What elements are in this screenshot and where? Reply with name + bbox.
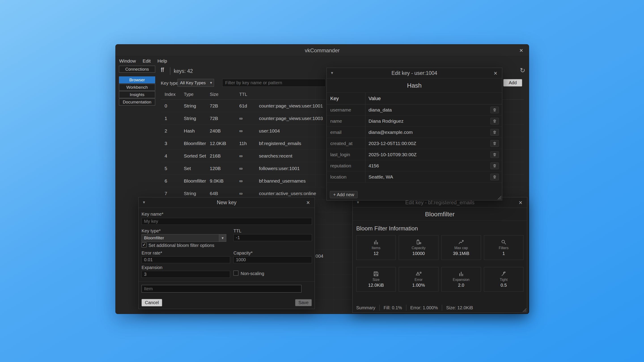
key-type-label: Bloomfilter [353,208,527,221]
refresh-icon[interactable]: ↻ [518,66,527,75]
section-title: Bloom Filter Information [356,225,418,232]
delete-field-button[interactable] [490,129,499,136]
trash-icon [492,175,497,179]
summary-bar: Summary Fill: 0.1% Error: 1.000% Size: 1… [356,305,477,311]
column-header-type: Type [184,92,194,97]
hash-field-row: username diana_data [327,104,502,115]
bloom-options-checkbox[interactable]: ✓ [142,242,146,247]
resize-grip[interactable] [522,308,526,312]
sidebar-item-documentation[interactable]: Documentation [119,98,155,105]
value-column-header: Value [368,93,381,104]
desktop-background: vkCommander × Window Edit Help Connectio… [0,0,644,362]
key-type-label: Hash [327,78,502,93]
size-stat: Size: 12.0KiB [442,305,477,310]
item-input[interactable] [142,285,302,293]
expansion-input[interactable] [142,271,230,278]
edit-hash-dialog: ▼ Edit key - user:1004 × Hash Key Value … [326,68,502,200]
hash-field-row: last_login 2025-10-10T09:30:00Z [327,149,502,160]
error-rate-input[interactable] [142,256,230,263]
dialog-title: Edit key - user:1004 [327,68,502,78]
occluded-row-name-fragment: 004 [316,250,323,262]
ttl-input[interactable] [234,234,312,241]
key-name-label: Key name* [142,212,164,217]
database-label: ff [161,67,164,73]
line-chart-icon [458,239,464,245]
capacity-label: Capacity* [234,251,253,256]
hash-field-row: name Diana Rodriguez [327,115,502,127]
menu-help[interactable]: Help [158,58,167,64]
key-type-select-value: Bloomfilter [144,236,164,240]
stat-card-size: Size 12.0KiB [356,267,396,292]
stat-card-max-cap: Max cap 39.1MiB [442,235,481,260]
chevron-down-icon: ▾ [222,236,224,240]
divider [139,281,314,282]
add-new-field-button[interactable]: + Add new [330,191,358,198]
key-type-select-value: All Key Types [180,80,206,85]
summary-label: Summary [356,305,380,310]
ttl-label: TTL [234,228,242,234]
filter-input[interactable] [222,79,326,87]
trash-icon [492,141,497,145]
trash-icon [492,119,497,123]
stat-card-capacity: Capacity 10000 [399,235,438,260]
column-header-ttl: TTL [239,92,247,97]
stat-card-tight: Tight 0.5 [484,267,524,292]
cancel-button[interactable]: Cancel [142,299,162,306]
sidebar-item-workbench[interactable]: Workbench [119,84,155,91]
sidebar-item-browser[interactable]: Browser [119,76,155,83]
close-icon[interactable]: × [517,199,524,206]
non-scaling-checkbox[interactable] [234,271,238,276]
window-close-icon[interactable]: × [517,46,525,54]
key-column-header: Key [330,93,339,104]
delete-field-button[interactable] [490,174,499,180]
bloom-filter-dialog: ▼ Edit key - bf:registered_emails × Bloo… [352,197,527,313]
connections-button[interactable]: Connections [119,66,155,73]
dialog-title: New key [139,197,314,208]
column-header-index: Index [164,92,176,97]
expansion-label: Expansion [142,265,162,270]
check-icon: ✓ [142,243,146,247]
floppy-icon [373,271,379,277]
key-type-select[interactable]: All Key Types ▾ [178,79,214,87]
error-stat: Error: 1.000% [406,305,442,310]
trash-icon [492,164,497,168]
header-divider [170,67,170,75]
key-name-input[interactable] [142,218,312,225]
delete-field-button[interactable] [490,151,499,158]
new-key-dialog: ▼ New key × Key name* Key type* Bloomfil… [138,197,315,309]
menu-window[interactable]: Window [119,58,136,64]
add-key-button[interactable]: Add [503,79,522,86]
bar-chart-icon [458,271,464,277]
menu-edit[interactable]: Edit [143,58,151,64]
delete-field-button[interactable] [490,107,499,113]
delete-field-button[interactable] [490,140,499,147]
hash-field-row: location Seattle, WA [327,171,502,183]
trash-icon [492,130,497,134]
column-header-size: Size [210,92,218,97]
key-type-label: Key type [161,81,178,86]
hash-field-row: reputation 4156 [327,160,502,171]
close-icon[interactable]: × [304,199,312,206]
resize-grip[interactable] [498,196,501,200]
save-button[interactable]: Save [295,299,312,306]
dialog-header[interactable]: ▼ Edit key - user:1004 × [327,68,502,78]
fill-stat: Fill: 0.1% [380,305,406,310]
hash-table-header: Key Value [327,93,502,104]
bar-chart-icon [373,239,379,245]
sidebar-item-insights[interactable]: Insights [119,91,155,98]
bloom-options-label: Set additional bloom filter options [148,243,214,248]
keys-count: keys: 42 [174,68,193,74]
chevron-down-icon: ▾ [210,80,212,85]
delete-field-button[interactable] [490,162,499,169]
error-rate-label: Error rate* [142,251,162,256]
key-type-select[interactable]: Bloomfilter ▾ [142,234,226,242]
dialog-header[interactable]: ▼ New key × [139,197,314,208]
window-title: vkCommander [116,44,529,56]
hash-field-row: created_at 2023-12-05T11:00:00Z [327,138,502,149]
capacity-input[interactable] [234,256,312,263]
title-bar[interactable]: vkCommander × [116,44,529,56]
hash-fields-table: Key Value username diana_data name Diana… [327,93,502,183]
delete-field-button[interactable] [490,118,499,124]
close-icon[interactable]: × [492,69,499,77]
key-type-label: Key type* [142,228,161,234]
